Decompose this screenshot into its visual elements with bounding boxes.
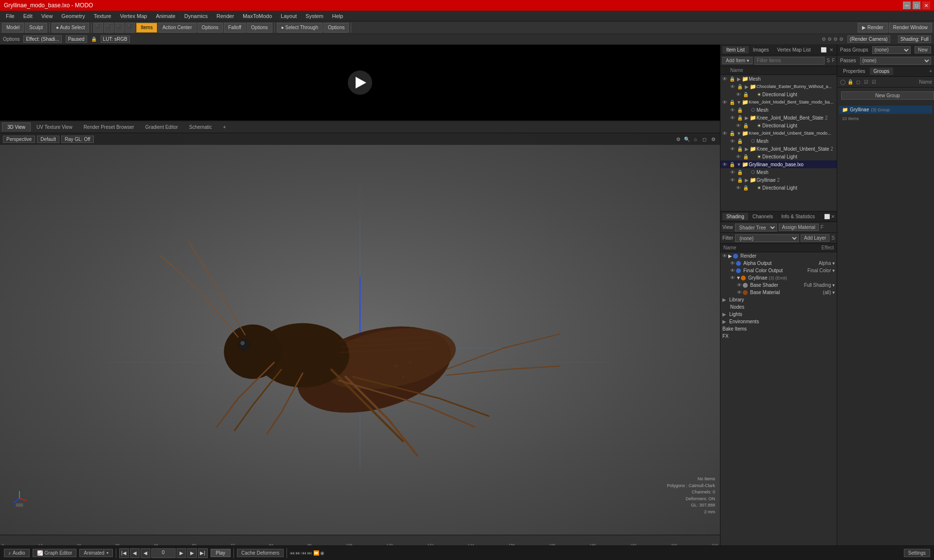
shader-tree-select[interactable]: Shader Tree — [735, 224, 777, 231]
lights-expand[interactable]: ▶ — [722, 312, 726, 317]
status-value[interactable]: Paused — [66, 35, 87, 43]
items-button[interactable]: Items — [136, 23, 157, 33]
vp-raygl-label[interactable]: Ray GL: Off — [61, 136, 94, 143]
graph-editor-button[interactable]: 📈 Graph Editor — [33, 549, 77, 557]
panel-icon-settings[interactable]: ✕ — [828, 47, 835, 53]
play-forward-button[interactable]: ▶ — [177, 548, 186, 558]
list-item[interactable]: 👁 🔒 ⬡ Mesh — [720, 106, 837, 114]
tab-add[interactable]: + — [218, 122, 232, 132]
tab-uv-texture[interactable]: UV Texture View — [31, 122, 78, 132]
toolbar-icon-3[interactable]: ⬛ — [115, 23, 125, 33]
render-eye[interactable]: 👁 — [722, 253, 727, 259]
lock-icon[interactable]: 🔒 — [737, 107, 744, 113]
shading-item-gryllinae[interactable]: 👁 ▼ Gryllinae (3) (Emit) — [720, 274, 837, 281]
menu-file[interactable]: File — [2, 12, 18, 20]
expand-arrow[interactable]: ▼ — [736, 100, 742, 105]
vp-icon-1[interactable]: ⚙ — [674, 135, 682, 143]
menu-vertexmap[interactable]: Vertex Map — [116, 12, 151, 20]
cache-deformers-button[interactable]: Cache Deformers — [237, 549, 284, 557]
eye-icon[interactable]: 👁 — [736, 154, 743, 159]
menu-maxtomodo[interactable]: MaxToModo — [239, 12, 276, 20]
tab-info-statistics[interactable]: Info & Statistics — [777, 213, 819, 220]
gt-icon-1[interactable]: ◯ — [839, 79, 846, 85]
shading-close-icon[interactable]: ✕ — [831, 214, 835, 219]
eye-icon[interactable]: 👁 — [722, 76, 729, 82]
shading-item-base-shader[interactable]: 👁 Base Shader Full Shading ▾ — [720, 281, 837, 289]
lock-icon[interactable]: 🔒 — [743, 185, 750, 191]
eye-icon[interactable]: 👁 — [722, 162, 729, 167]
list-item[interactable]: 👁 🔒 ▼ 📁 Knee_Joint_Model_Unbent_State_mo… — [720, 129, 837, 137]
lock-icon[interactable]: 🔒 — [743, 123, 750, 128]
new-pass-button[interactable]: New — [915, 46, 931, 53]
effect-value[interactable]: Effect: (Shadi... — [23, 35, 61, 43]
list-item[interactable]: 👁 🔒 ▶ 📁 Chocolate_Easter_Bunny_Without_a… — [720, 83, 837, 90]
menu-edit[interactable]: Edit — [19, 12, 36, 20]
shading-item-environments[interactable]: ▶ Environments — [720, 318, 837, 325]
shading-f-icon[interactable]: F — [821, 225, 824, 230]
add-layer-s-icon[interactable]: S — [831, 235, 835, 241]
list-item[interactable]: 👁 🔒 ▼ 📁 Knee_Joint_Model_Bent_State_modo… — [720, 98, 837, 106]
lock-icon[interactable]: 🔒 — [737, 115, 744, 121]
close-button[interactable]: ✕ — [922, 1, 930, 9]
lut-value[interactable]: LUT: sRGB — [101, 35, 130, 43]
passes-select[interactable]: (none) — [860, 57, 931, 65]
env-expand[interactable]: ▶ — [722, 319, 726, 324]
play-button[interactable] — [348, 70, 372, 95]
add-item-button[interactable]: Add Item ▾ — [722, 57, 753, 64]
gryllinae-expand[interactable]: ▼ — [736, 275, 740, 280]
options2-button[interactable]: Options — [247, 23, 272, 33]
expand-arrow[interactable]: ▼ — [736, 131, 742, 136]
tab-item-list[interactable]: Item List — [722, 46, 749, 53]
vp-icon-5[interactable]: ⚙ — [709, 135, 717, 143]
animated-button[interactable]: Animated ▾ — [79, 549, 112, 557]
eye-icon[interactable]: 👁 — [730, 170, 737, 175]
shading-item-final-color[interactable]: 👁 Final Color Output Final Color ▾ — [720, 267, 837, 274]
panel-icon-expand[interactable]: ⬜ — [820, 47, 827, 53]
expand-arrow[interactable]: ▶ — [744, 177, 750, 183]
tab-channels[interactable]: Channels — [749, 213, 777, 220]
maximize-button[interactable]: □ — [913, 1, 920, 9]
time-display[interactable]: 0 — [151, 548, 176, 558]
vp-icon-3[interactable]: ⌂ — [692, 135, 700, 143]
eye-icon[interactable]: 👁 — [730, 177, 737, 183]
menu-animate[interactable]: Animate — [152, 12, 179, 20]
new-group-button[interactable]: New Group — [841, 91, 934, 100]
lock-icon[interactable]: 🔒 — [91, 36, 97, 42]
tab-shading[interactable]: Shading — [722, 213, 748, 220]
play-button-bottom[interactable]: Play — [211, 549, 231, 557]
filter-none-select[interactable]: (none) — [735, 234, 799, 242]
prop-plus-icon[interactable]: + — [929, 69, 932, 74]
list-item[interactable]: 👁 🔒 ▶ 📁 Knee_Joint_Model_Unbent_State 2 — [720, 145, 837, 153]
next-key-button[interactable]: ▶| — [198, 548, 208, 558]
list-item[interactable]: 👁 🔒 ▶ 📁 Gryllinae 2 — [720, 176, 837, 184]
settings-button[interactable]: Settings — [904, 549, 930, 557]
action-center-button[interactable]: Action Center — [158, 23, 197, 33]
tab-schematic[interactable]: Schematic — [184, 122, 217, 132]
eye-icon[interactable]: 👁 — [736, 123, 743, 128]
menu-layout[interactable]: Layout — [277, 12, 301, 20]
eye-icon[interactable]: 👁 — [736, 92, 743, 97]
vp-icon-2[interactable]: 🔍 — [683, 135, 691, 143]
expand-arrow[interactable]: ▶ — [744, 146, 750, 152]
t-icon-1[interactable]: ⏮ — [290, 550, 295, 556]
tab-images[interactable]: Images — [749, 46, 773, 53]
add-layer-button[interactable]: Add Layer — [801, 234, 830, 242]
list-item[interactable]: 👁 🔒 ⬡ Mesh — [720, 168, 837, 176]
lock-icon[interactable]: 🔒 — [729, 76, 736, 82]
render-window-button[interactable]: Render Window — [889, 23, 932, 33]
render-button[interactable]: ▶ Render — [858, 23, 888, 33]
gt-icon-4[interactable]: ☑ — [862, 79, 869, 85]
list-item[interactable]: 👁 🔒 ⬡ Mesh — [720, 137, 837, 145]
sculpt-button[interactable]: Sculpt — [25, 23, 47, 33]
pass-groups-select[interactable]: (none) — [872, 46, 911, 54]
options3-button[interactable]: Options — [323, 23, 349, 33]
model-button[interactable]: Model — [2, 23, 24, 33]
library-expand[interactable]: ▶ — [722, 297, 726, 302]
assign-material-button[interactable]: Assign Material — [779, 224, 819, 231]
falloff-button[interactable]: Falloff — [224, 23, 246, 33]
lock-icon[interactable]: 🔒 — [737, 139, 744, 144]
eye-icon[interactable]: 👁 — [736, 185, 743, 191]
select-through-button[interactable]: ● Select Through — [277, 23, 323, 33]
lock-icon[interactable]: 🔒 — [729, 131, 736, 136]
eye-icon[interactable]: 👁 — [722, 131, 729, 136]
